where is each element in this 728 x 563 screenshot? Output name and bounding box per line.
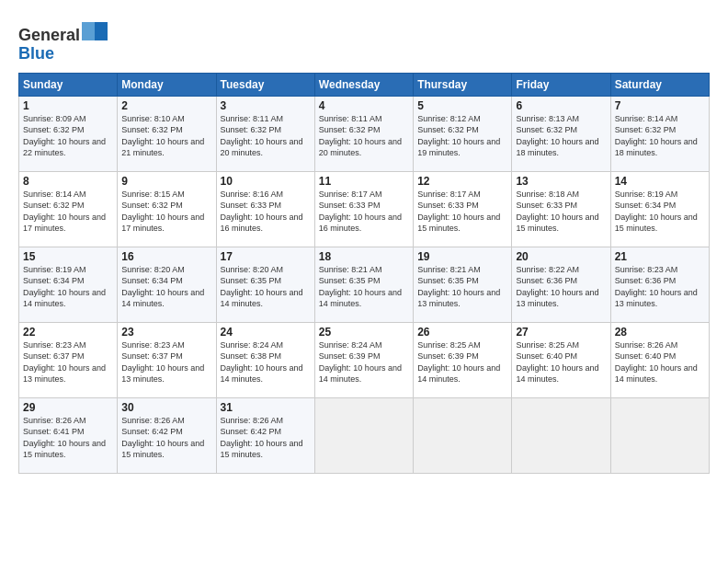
calendar: SundayMondayTuesdayWednesdayThursdayFrid… bbox=[18, 73, 710, 474]
day-of-week-header: Monday bbox=[118, 73, 216, 96]
day-info: Sunrise: 8:26 AM Sunset: 6:42 PM Dayligh… bbox=[121, 415, 211, 461]
day-cell: 26 Sunrise: 8:25 AM Sunset: 6:39 PM Dayl… bbox=[414, 322, 512, 397]
day-info: Sunrise: 8:20 AM Sunset: 6:34 PM Dayligh… bbox=[121, 264, 211, 310]
logo-text: General bbox=[18, 15, 108, 45]
day-cell: 30 Sunrise: 8:26 AM Sunset: 6:42 PM Dayl… bbox=[118, 397, 216, 473]
logo-blue-text: Blue bbox=[18, 45, 108, 63]
day-cell: 8 Sunrise: 8:14 AM Sunset: 6:32 PM Dayli… bbox=[19, 171, 118, 247]
day-of-week-header: Sunday bbox=[19, 73, 118, 96]
day-cell: 18 Sunrise: 8:21 AM Sunset: 6:35 PM Dayl… bbox=[314, 247, 413, 322]
day-number: 8 bbox=[23, 175, 113, 188]
day-of-week-header: Thursday bbox=[414, 73, 512, 96]
day-info: Sunrise: 8:11 AM Sunset: 6:32 PM Dayligh… bbox=[319, 113, 409, 159]
week-row: 22 Sunrise: 8:23 AM Sunset: 6:37 PM Dayl… bbox=[19, 322, 710, 397]
day-number: 23 bbox=[121, 326, 211, 339]
day-info: Sunrise: 8:17 AM Sunset: 6:33 PM Dayligh… bbox=[319, 189, 409, 235]
day-number: 27 bbox=[516, 326, 606, 339]
day-cell: 6 Sunrise: 8:13 AM Sunset: 6:32 PM Dayli… bbox=[512, 96, 610, 171]
day-of-week-header: Wednesday bbox=[314, 73, 413, 96]
day-cell: 5 Sunrise: 8:12 AM Sunset: 6:32 PM Dayli… bbox=[414, 96, 512, 171]
day-of-week-header: Tuesday bbox=[216, 73, 314, 96]
day-cell: 24 Sunrise: 8:24 AM Sunset: 6:38 PM Dayl… bbox=[216, 322, 314, 397]
day-cell: 1 Sunrise: 8:09 AM Sunset: 6:32 PM Dayli… bbox=[19, 96, 118, 171]
day-info: Sunrise: 8:26 AM Sunset: 6:41 PM Dayligh… bbox=[23, 415, 113, 461]
day-cell: 17 Sunrise: 8:20 AM Sunset: 6:35 PM Dayl… bbox=[216, 247, 314, 322]
day-number: 3 bbox=[221, 99, 311, 112]
calendar-body: 1 Sunrise: 8:09 AM Sunset: 6:32 PM Dayli… bbox=[19, 96, 710, 473]
day-info: Sunrise: 8:09 AM Sunset: 6:32 PM Dayligh… bbox=[23, 113, 113, 159]
header-row: SundayMondayTuesdayWednesdayThursdayFrid… bbox=[19, 73, 710, 96]
day-number: 10 bbox=[221, 175, 311, 188]
day-info: Sunrise: 8:14 AM Sunset: 6:32 PM Dayligh… bbox=[23, 189, 113, 235]
day-number: 29 bbox=[23, 401, 113, 414]
day-info: Sunrise: 8:13 AM Sunset: 6:32 PM Dayligh… bbox=[516, 113, 606, 159]
calendar-header: SundayMondayTuesdayWednesdayThursdayFrid… bbox=[19, 73, 710, 96]
day-info: Sunrise: 8:21 AM Sunset: 6:35 PM Dayligh… bbox=[417, 264, 507, 310]
day-info: Sunrise: 8:23 AM Sunset: 6:37 PM Dayligh… bbox=[23, 339, 113, 385]
logo-blue: Blue bbox=[18, 44, 54, 63]
day-info: Sunrise: 8:19 AM Sunset: 6:34 PM Dayligh… bbox=[23, 264, 113, 310]
day-cell: 7 Sunrise: 8:14 AM Sunset: 6:32 PM Dayli… bbox=[610, 96, 709, 171]
day-number: 30 bbox=[121, 401, 211, 414]
header: General Blue bbox=[18, 15, 710, 63]
day-info: Sunrise: 8:11 AM Sunset: 6:32 PM Dayligh… bbox=[221, 113, 311, 159]
day-cell: 9 Sunrise: 8:15 AM Sunset: 6:32 PM Dayli… bbox=[118, 171, 216, 247]
day-info: Sunrise: 8:16 AM Sunset: 6:33 PM Dayligh… bbox=[221, 189, 311, 235]
day-cell: 14 Sunrise: 8:19 AM Sunset: 6:34 PM Dayl… bbox=[610, 171, 709, 247]
day-info: Sunrise: 8:22 AM Sunset: 6:36 PM Dayligh… bbox=[516, 264, 606, 310]
day-number: 19 bbox=[417, 250, 507, 263]
day-cell: 10 Sunrise: 8:16 AM Sunset: 6:33 PM Dayl… bbox=[216, 171, 314, 247]
day-cell: 2 Sunrise: 8:10 AM Sunset: 6:32 PM Dayli… bbox=[118, 96, 216, 171]
day-number: 18 bbox=[319, 250, 409, 263]
day-cell bbox=[414, 397, 512, 473]
day-cell: 16 Sunrise: 8:20 AM Sunset: 6:34 PM Dayl… bbox=[118, 247, 216, 322]
day-number: 11 bbox=[319, 175, 409, 188]
day-number: 13 bbox=[516, 175, 606, 188]
svg-marker-1 bbox=[82, 22, 95, 40]
day-cell bbox=[610, 397, 709, 473]
page: General Blue SundayMondayTuesdayWednesda… bbox=[0, 0, 728, 483]
day-cell: 23 Sunrise: 8:23 AM Sunset: 6:37 PM Dayl… bbox=[118, 322, 216, 397]
day-of-week-header: Friday bbox=[512, 73, 610, 96]
day-info: Sunrise: 8:10 AM Sunset: 6:32 PM Dayligh… bbox=[121, 113, 211, 159]
day-info: Sunrise: 8:23 AM Sunset: 6:36 PM Dayligh… bbox=[615, 264, 705, 310]
week-row: 8 Sunrise: 8:14 AM Sunset: 6:32 PM Dayli… bbox=[19, 171, 710, 247]
day-number: 16 bbox=[121, 250, 211, 263]
day-cell: 25 Sunrise: 8:24 AM Sunset: 6:39 PM Dayl… bbox=[314, 322, 413, 397]
day-info: Sunrise: 8:23 AM Sunset: 6:37 PM Dayligh… bbox=[121, 339, 211, 385]
day-info: Sunrise: 8:24 AM Sunset: 6:38 PM Dayligh… bbox=[221, 339, 311, 385]
day-cell: 12 Sunrise: 8:17 AM Sunset: 6:33 PM Dayl… bbox=[414, 171, 512, 247]
day-info: Sunrise: 8:15 AM Sunset: 6:32 PM Dayligh… bbox=[121, 189, 211, 235]
day-number: 17 bbox=[221, 250, 311, 263]
day-number: 12 bbox=[417, 175, 507, 188]
day-number: 1 bbox=[23, 99, 113, 112]
day-info: Sunrise: 8:21 AM Sunset: 6:35 PM Dayligh… bbox=[319, 264, 409, 310]
day-info: Sunrise: 8:12 AM Sunset: 6:32 PM Dayligh… bbox=[417, 113, 507, 159]
day-cell: 15 Sunrise: 8:19 AM Sunset: 6:34 PM Dayl… bbox=[19, 247, 118, 322]
day-info: Sunrise: 8:26 AM Sunset: 6:42 PM Dayligh… bbox=[221, 415, 311, 461]
day-info: Sunrise: 8:20 AM Sunset: 6:35 PM Dayligh… bbox=[221, 264, 311, 310]
day-cell: 3 Sunrise: 8:11 AM Sunset: 6:32 PM Dayli… bbox=[216, 96, 314, 171]
day-number: 25 bbox=[319, 326, 409, 339]
day-number: 7 bbox=[615, 99, 705, 112]
logo-icon bbox=[82, 15, 108, 40]
day-cell: 21 Sunrise: 8:23 AM Sunset: 6:36 PM Dayl… bbox=[610, 247, 709, 322]
day-cell: 31 Sunrise: 8:26 AM Sunset: 6:42 PM Dayl… bbox=[216, 397, 314, 473]
day-cell: 28 Sunrise: 8:26 AM Sunset: 6:40 PM Dayl… bbox=[610, 322, 709, 397]
day-number: 9 bbox=[121, 175, 211, 188]
day-cell: 20 Sunrise: 8:22 AM Sunset: 6:36 PM Dayl… bbox=[512, 247, 610, 322]
day-info: Sunrise: 8:24 AM Sunset: 6:39 PM Dayligh… bbox=[319, 339, 409, 385]
day-number: 20 bbox=[516, 250, 606, 263]
day-of-week-header: Saturday bbox=[610, 73, 709, 96]
logo: General Blue bbox=[18, 15, 108, 63]
day-cell: 4 Sunrise: 8:11 AM Sunset: 6:32 PM Dayli… bbox=[314, 96, 413, 171]
day-cell: 29 Sunrise: 8:26 AM Sunset: 6:41 PM Dayl… bbox=[19, 397, 118, 473]
day-cell: 27 Sunrise: 8:25 AM Sunset: 6:40 PM Dayl… bbox=[512, 322, 610, 397]
day-number: 21 bbox=[615, 250, 705, 263]
day-info: Sunrise: 8:19 AM Sunset: 6:34 PM Dayligh… bbox=[615, 189, 705, 235]
day-info: Sunrise: 8:25 AM Sunset: 6:39 PM Dayligh… bbox=[417, 339, 507, 385]
day-info: Sunrise: 8:17 AM Sunset: 6:33 PM Dayligh… bbox=[417, 189, 507, 235]
day-number: 6 bbox=[516, 99, 606, 112]
day-info: Sunrise: 8:14 AM Sunset: 6:32 PM Dayligh… bbox=[615, 113, 705, 159]
day-cell: 22 Sunrise: 8:23 AM Sunset: 6:37 PM Dayl… bbox=[19, 322, 118, 397]
